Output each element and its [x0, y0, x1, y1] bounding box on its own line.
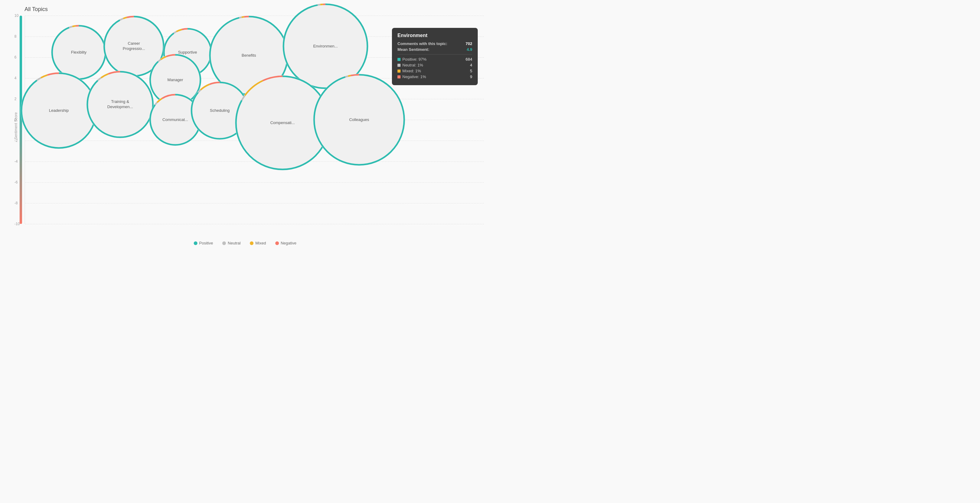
- tooltip-sentiment-dot: [398, 70, 401, 73]
- bubble-colleagues[interactable]: Colleagues: [313, 74, 405, 166]
- y-tick-label: -10: [14, 222, 20, 226]
- y-tick-label: -4: [14, 159, 18, 163]
- legend: PositiveNeutralMixedNegative: [194, 241, 296, 245]
- y-tick-label: 4: [14, 76, 16, 80]
- tooltip-sentiment-label-text: Neutral: 1%: [402, 63, 423, 67]
- tooltip-sentiment-count: 4: [470, 63, 472, 67]
- bubble-label-manager: Manager: [166, 76, 184, 84]
- bubble-label-scheduling: Scheduling: [209, 107, 231, 114]
- legend-item-positive: Positive: [194, 241, 213, 245]
- tooltip-sentiment-count: 9: [470, 75, 472, 79]
- y-tick-label: 0: [14, 117, 16, 122]
- tooltip-sentiment-row-positive: Positive: 97%684: [398, 57, 472, 62]
- tooltip: Environment Comments with this topic: 70…: [392, 28, 478, 85]
- tooltip-sentiment-label-text: Mixed: 1%: [402, 68, 421, 73]
- tooltip-sentiment-row-negative: Negative: 1%9: [398, 75, 472, 79]
- chart-container: All Topics Sentiment Score 1086420-2-4-6…: [0, 0, 490, 252]
- legend-item-neutral: Neutral: [222, 241, 240, 245]
- tooltip-sentiment-row-mixed: Mixed: 1%5: [398, 68, 472, 73]
- y-tick-label: 6: [14, 55, 16, 59]
- legend-item-mixed: Mixed: [250, 241, 266, 245]
- legend-item-negative: Negative: [275, 241, 296, 245]
- tooltip-comments-value: 702: [466, 41, 472, 46]
- tooltip-mean-label: Mean Sentiment:: [398, 47, 430, 52]
- bubble-label-supportive: Supportive: [177, 49, 198, 56]
- y-tick-label: 2: [14, 97, 16, 101]
- legend-dot-neutral: [222, 241, 226, 245]
- tooltip-sentiment-label-text: Positive: 97%: [402, 57, 426, 62]
- bubble-label-training: Training &Developmen...: [106, 98, 134, 111]
- bubble-label-communication: Communicat...: [161, 116, 189, 124]
- legend-label-neutral: Neutral: [228, 241, 240, 245]
- tooltip-title: Environment: [398, 33, 472, 38]
- legend-dot-positive: [194, 241, 197, 245]
- y-tick-label: -8: [14, 201, 18, 205]
- bubble-leadership[interactable]: Leadership: [21, 72, 97, 149]
- legend-label-mixed: Mixed: [255, 241, 266, 245]
- grid-line: [25, 182, 484, 182]
- legend-label-negative: Negative: [281, 241, 296, 245]
- tooltip-mean-value: 4.9: [467, 47, 472, 52]
- tooltip-sentiment-dot: [398, 64, 401, 67]
- legend-label-positive: Positive: [199, 241, 213, 245]
- bubble-flexibility[interactable]: Flexiblity: [51, 25, 107, 80]
- y-tick-label: -6: [14, 180, 18, 184]
- bubble-label-compensation: Compensati...: [269, 119, 296, 127]
- bubble-label-flexibility: Flexiblity: [70, 49, 88, 56]
- y-tick-label: 8: [14, 34, 16, 39]
- y-tick-label: 10: [14, 13, 18, 18]
- y-tick-label: -2: [14, 138, 18, 143]
- bubble-label-leadership: Leadership: [48, 107, 70, 114]
- bubble-label-environment: Environmen...: [312, 43, 339, 50]
- bubble-label-benefits: Benefits: [240, 52, 258, 59]
- grid-line: [25, 224, 484, 224]
- chart-title: All Topics: [24, 6, 484, 13]
- tooltip-sentiment-count: 5: [470, 68, 472, 73]
- tooltip-comments-label: Comments with this topic:: [398, 41, 447, 46]
- y-axis-label: Sentiment Score: [14, 112, 18, 140]
- tooltip-sentiment-dot: [398, 75, 401, 78]
- grid-line: [25, 203, 484, 203]
- legend-dot-mixed: [250, 241, 253, 245]
- bubble-label-career-progression: CareerProgressio...: [122, 40, 146, 53]
- tooltip-sentiment-count: 684: [466, 57, 472, 62]
- tooltip-sentiment-label-text: Negative: 1%: [402, 75, 426, 79]
- chart-area: 1086420-2-4-6-8-10 FlexiblityCareerProgr…: [24, 16, 484, 224]
- bubble-label-colleagues: Colleagues: [348, 116, 370, 124]
- tooltip-sentiment-dot: [398, 58, 401, 61]
- legend-dot-negative: [275, 241, 279, 245]
- bubble-training[interactable]: Training &Developmen...: [86, 71, 154, 138]
- tooltip-sentiment-row-neutral: Neutral: 1%4: [398, 63, 472, 67]
